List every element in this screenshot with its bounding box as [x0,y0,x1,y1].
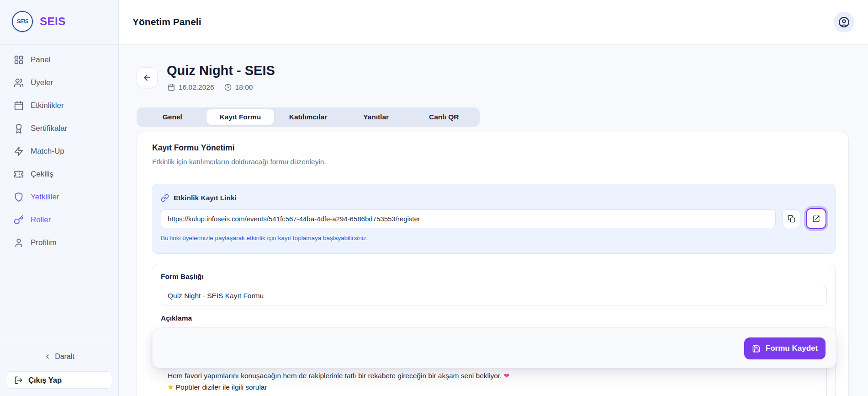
copy-icon [788,215,795,223]
sidebar-item-label: Sertifikalar [31,124,67,133]
tab-canli-qr[interactable]: Canlı QR [410,109,478,125]
description-label: Açıklama [161,314,192,322]
sidebar-item-matchup[interactable]: Match-Up [0,140,118,163]
save-form-button[interactable]: Formu Kaydet [744,337,826,359]
shield-icon [14,192,24,202]
sidebar-divider [0,44,118,45]
event-tabs: Genel Kayıt Formu Katılımcılar Yanıtlar … [137,107,480,127]
top-header: Yönetim Paneli [119,0,868,45]
link-helper-text: Bu linki üyelerinizle paylaşarak etkinli… [161,235,368,241]
link-icon [161,194,169,202]
form-title-input[interactable] [161,286,827,305]
description-text: Hem favori yapımlarını konuşacağın hem d… [168,370,820,396]
sidebar-item-cekilis[interactable]: Çekiliş [0,163,118,186]
sidebar-item-etkinlikler[interactable]: Etkinlikler [0,94,118,117]
collapse-sidebar-button[interactable]: Daralt [0,353,118,361]
copy-link-button[interactable] [782,209,800,228]
pink-heart-emoji: ❤ [504,372,510,380]
brand-row: SEIS SEIS [12,11,66,32]
sidebar: SEIS SEIS Panel Üyeler Etkinlikler Serti… [0,0,119,396]
open-link-button[interactable] [806,208,826,229]
main-content: Quiz Night - SEIS 16.02.2026 18:00 Genel… [119,45,868,396]
sidebar-item-yetkililer[interactable]: Yetkililer [0,186,118,209]
tab-katilimcilar[interactable]: Katılımcılar [274,109,342,125]
dizzy-star-emoji: ★ [168,383,174,391]
clock-icon [224,84,232,91]
sidebar-item-profilim[interactable]: Profilim [0,231,118,254]
sidebar-item-label: Profilim [31,238,57,247]
zap-icon [14,146,24,156]
registration-link-box: Etkinlik Kayıt Linki Bu linki üyeleriniz… [152,184,836,254]
external-link-icon [812,215,820,223]
save-toolbar: Formu Kaydet [152,328,836,368]
brand-name: SEIS [40,15,66,28]
sidebar-item-label: Roller [31,215,51,225]
page-title: Yönetim Paneli [132,16,201,27]
event-datetime: 16.02.2026 18:00 [168,83,253,91]
save-button-label: Formu Kaydet [766,344,818,353]
sidebar-footer: Daralt Çıkış Yap [0,341,118,396]
sidebar-item-roller[interactable]: Roller [0,209,118,231]
sidebar-nav: Panel Üyeler Etkinlikler Sertifikalar Ma… [0,48,118,254]
sidebar-item-label: Üyeler [31,78,53,87]
card-heading: Kayıt Formu Yönetimi [152,143,235,153]
sidebar-item-uyeler[interactable]: Üyeler [0,71,118,94]
sidebar-item-label: Etkinlikler [31,101,64,110]
dashboard-icon [14,55,24,65]
user-circle-icon [838,16,850,28]
arrow-left-icon [143,73,152,82]
chevron-left-icon [44,353,51,360]
logout-label: Çıkış Yap [28,376,62,385]
card-subtitle: Etkinlik için katılımcıların dolduracağı… [152,158,326,166]
sidebar-item-label: Panel [31,55,50,64]
link-label-row: Etkinlik Kayıt Linki [161,194,237,202]
sidebar-item-label: Match-Up [31,147,64,156]
key-icon [14,215,24,225]
event-title: Quiz Night - SEIS [167,63,275,78]
event-date: 16.02.2026 [179,83,214,91]
tab-yanitlar[interactable]: Yanıtlar [342,109,410,125]
users-icon [14,78,24,88]
seis-logo-icon: SEIS [12,11,33,32]
save-icon [752,344,761,353]
tab-kayit-formu[interactable]: Kayıt Formu [206,109,275,125]
logout-button[interactable]: Çıkış Yap [6,371,112,389]
event-time: 18:00 [235,83,253,91]
user-avatar-button[interactable] [834,12,854,32]
form-title-label: Form Başlığı [161,273,204,281]
sidebar-item-sertifikalar[interactable]: Sertifikalar [0,117,118,140]
tab-genel[interactable]: Genel [138,109,206,125]
calendar-icon [14,101,24,111]
user-icon [14,238,24,248]
calendar-small-icon [168,84,175,91]
link-section-label: Etkinlik Kayıt Linki [174,194,237,202]
ticket-icon [14,169,24,179]
collapse-label: Daralt [55,353,74,361]
back-button[interactable] [137,67,158,88]
award-icon [14,123,24,134]
sidebar-item-label: Yetkililer [31,193,59,202]
sidebar-item-label: Çekiliş [31,170,53,179]
sidebar-item-panel[interactable]: Panel [0,48,118,71]
registration-link-input[interactable] [161,209,776,228]
logout-icon [14,376,23,385]
